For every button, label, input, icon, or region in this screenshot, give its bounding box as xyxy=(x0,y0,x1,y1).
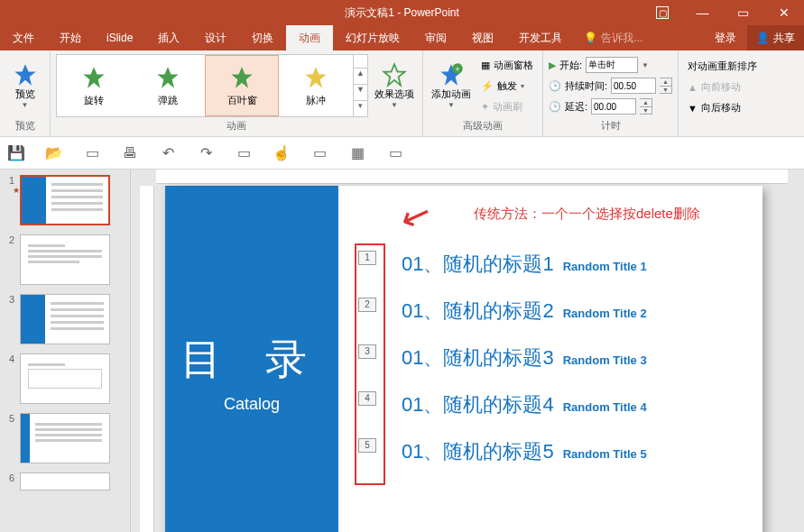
start-label: 开始: xyxy=(559,59,582,72)
close-button[interactable]: ✕ xyxy=(763,0,804,25)
down-arrow-icon: ▼ xyxy=(688,103,698,114)
minimize-button[interactable]: — xyxy=(682,0,723,25)
gallery-more-button[interactable]: ▲▼▾ xyxy=(353,55,367,116)
tab-file[interactable]: 文件 xyxy=(0,25,47,50)
tab-islide[interactable]: iSlide xyxy=(94,25,145,50)
preview-button[interactable]: 预览 ▼ xyxy=(5,54,44,117)
qat-print-button[interactable]: 🖶 xyxy=(121,144,139,162)
qat-slideshow-button[interactable]: ▭ xyxy=(235,144,253,162)
animation-painter-button[interactable]: ✦动画刷 xyxy=(477,97,537,116)
ribbon-display-button[interactable]: ▢ xyxy=(656,6,669,19)
star-icon xyxy=(81,65,106,90)
move-forward-button[interactable]: ▲向前移动 xyxy=(684,78,761,96)
group-advanced-label: 高级动画 xyxy=(429,119,537,134)
delay-input[interactable] xyxy=(591,98,636,115)
animation-indicator-icon: ★ xyxy=(13,186,20,195)
add-animation-button[interactable]: + 添加动画 ▼ xyxy=(429,54,474,117)
tab-insert[interactable]: 插入 xyxy=(145,25,192,50)
anim-tag-5[interactable]: 5 xyxy=(358,438,376,453)
toc-item-2[interactable]: 01、随机的标题2Random Title 2 xyxy=(402,298,647,325)
anim-tag-4[interactable]: 4 xyxy=(358,391,376,406)
svg-marker-1 xyxy=(83,67,104,87)
tab-home[interactable]: 开始 xyxy=(47,25,94,50)
toc-item-3[interactable]: 01、随机的标题3Random Title 3 xyxy=(402,344,647,371)
share-button[interactable]: 👤 共享 xyxy=(747,25,804,50)
svg-text:+: + xyxy=(455,65,459,74)
svg-marker-5 xyxy=(384,64,404,85)
star-icon xyxy=(303,65,328,90)
slide-thumb-6[interactable] xyxy=(20,472,110,491)
ruler-horizontal xyxy=(156,170,788,184)
slide-thumbnails: 1 ★ 2 3 4 xyxy=(0,170,131,532)
tab-dev[interactable]: 开发工具 xyxy=(506,25,575,50)
tab-design[interactable]: 设计 xyxy=(192,25,239,50)
annotation-arrow-icon: ↙ xyxy=(395,191,439,241)
slide-content[interactable]: 目 录 Catalog ↙ 传统方法：一个一个选择按delete删除 1 2 3… xyxy=(165,186,762,532)
duration-input[interactable] xyxy=(611,78,656,94)
anim-spin[interactable]: 旋转 xyxy=(57,55,131,116)
animation-pane-button[interactable]: ▦动画窗格 xyxy=(477,56,537,75)
ruler-vertical xyxy=(140,186,154,532)
slide-canvas[interactable]: 目 录 Catalog ↙ 传统方法：一个一个选择按delete删除 1 2 3… xyxy=(131,170,804,532)
qat-save-button[interactable]: 💾 xyxy=(7,144,25,162)
slide-thumb-4[interactable] xyxy=(20,353,110,404)
svg-marker-0 xyxy=(14,64,35,85)
anim-blinds[interactable]: 百叶窗 xyxy=(205,55,279,116)
qat-resume-button[interactable]: ▭ xyxy=(310,144,328,162)
anim-pulse[interactable]: 脉冲 xyxy=(279,55,353,116)
tell-me-input[interactable]: 💡 告诉我... xyxy=(575,31,652,46)
trigger-button[interactable]: ⚡触发 ▾ xyxy=(477,77,537,96)
clock-icon: 🕒 xyxy=(549,80,561,92)
tab-transition[interactable]: 切换 xyxy=(239,25,286,50)
qat-layout-button[interactable]: ▦ xyxy=(348,144,366,162)
anim-tag-1[interactable]: 1 xyxy=(358,251,376,265)
tab-slideshow[interactable]: 幻灯片放映 xyxy=(333,25,412,50)
title-bar: 演示文稿1 - PowerPoint ▢ — ▭ ✕ xyxy=(0,0,804,25)
qat-open-button[interactable]: 📂 xyxy=(45,144,63,162)
anim-tag-3[interactable]: 3 xyxy=(358,344,376,359)
slide-thumb-1[interactable] xyxy=(20,175,110,225)
thumb-number: 1 xyxy=(0,175,20,186)
slide-thumb-5[interactable] xyxy=(20,413,110,463)
tab-view[interactable]: 视图 xyxy=(459,25,506,50)
login-button[interactable]: 登录 xyxy=(704,31,747,46)
group-animation-label: 动画 xyxy=(56,119,417,134)
delay-spinner[interactable]: ▲▼ xyxy=(640,98,652,115)
user-icon: 👤 xyxy=(756,32,770,44)
duration-label: 持续时间: xyxy=(565,79,607,93)
effect-options-button[interactable]: 效果选项 ▼ xyxy=(372,54,417,117)
tab-animation[interactable]: 动画 xyxy=(286,25,333,50)
qat-undo-button[interactable]: ↶ xyxy=(159,144,177,162)
start-select[interactable] xyxy=(586,57,638,73)
menu-bar: 文件 开始 iSlide 插入 设计 切换 动画 幻灯片放映 审阅 视图 开发工… xyxy=(0,25,804,50)
quick-access-toolbar: 💾 📂 ▭ 🖶 ↶ ↷ ▭ ☝ ▭ ▦ ▭ xyxy=(0,137,804,170)
ribbon: 预览 ▼ 预览 旋转 弹跳 百叶窗 xyxy=(0,50,804,137)
star-icon xyxy=(382,62,407,87)
toc-item-4[interactable]: 01、随机的标题4Random Title 4 xyxy=(402,391,647,418)
slide-thumb-3[interactable] xyxy=(20,294,110,344)
anim-bounce[interactable]: 弹跳 xyxy=(131,55,205,116)
lightbulb-icon: 💡 xyxy=(584,32,597,44)
toc-item-5[interactable]: 01、随机的标题5Random Title 5 xyxy=(402,438,647,465)
slide-thumb-2[interactable] xyxy=(20,234,110,285)
toc-item-1[interactable]: 01、随机的标题1Random Title 1 xyxy=(402,251,647,278)
qat-collapse-button[interactable]: ▭ xyxy=(386,144,404,162)
star-icon xyxy=(229,65,254,90)
maximize-button[interactable]: ▭ xyxy=(723,0,763,25)
animation-gallery[interactable]: 旋转 弹跳 百叶窗 脉冲 ▲▼▾ xyxy=(56,54,368,117)
qat-redo-button[interactable]: ↷ xyxy=(197,144,215,162)
pane-icon: ▦ xyxy=(481,60,490,71)
delay-icon: 🕒 xyxy=(549,101,561,113)
toc-subtitle: Catalog xyxy=(224,395,280,414)
app-title: 演示文稿1 - PowerPoint xyxy=(345,5,459,21)
move-backward-button[interactable]: ▼向后移动 xyxy=(684,98,761,117)
svg-marker-4 xyxy=(305,67,326,87)
tab-review[interactable]: 审阅 xyxy=(412,25,459,50)
duration-spinner[interactable]: ▲▼ xyxy=(660,78,672,94)
group-preview-label: 预览 xyxy=(5,119,44,134)
anim-tag-2[interactable]: 2 xyxy=(358,298,376,312)
qat-touch-button[interactable]: ☝ xyxy=(273,144,291,162)
star-plus-icon: + xyxy=(439,62,464,87)
toc-panel: 目 录 Catalog xyxy=(165,186,338,532)
qat-new-button[interactable]: ▭ xyxy=(83,144,101,162)
